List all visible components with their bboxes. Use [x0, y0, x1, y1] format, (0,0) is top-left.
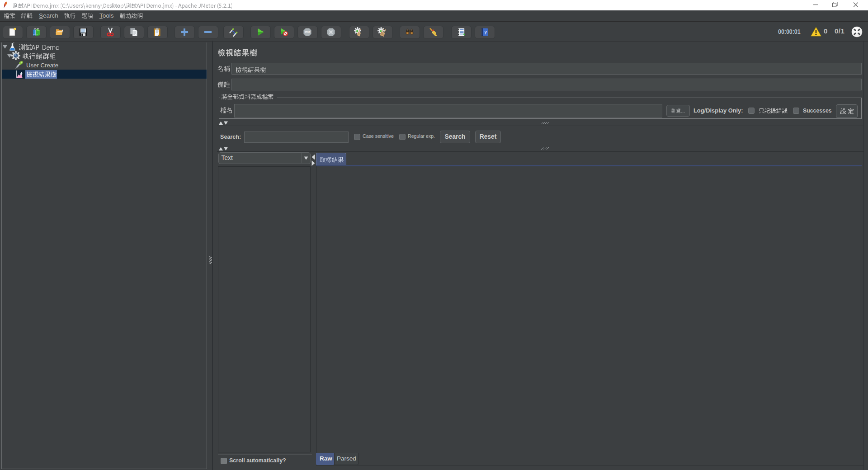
svg-text:STOP: STOP — [305, 31, 310, 33]
svg-text:?: ? — [484, 29, 487, 36]
